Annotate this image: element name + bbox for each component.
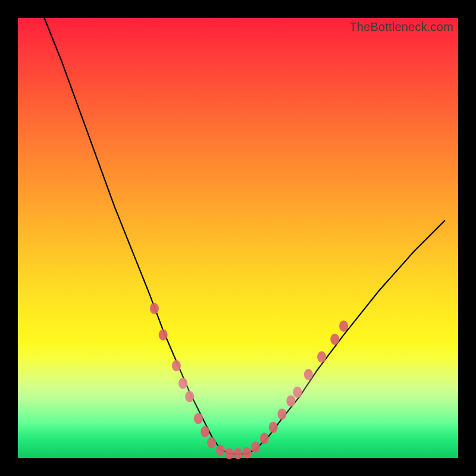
curve-marker	[185, 391, 194, 402]
bottleneck-curve	[18, 18, 458, 458]
curve-marker	[304, 369, 313, 380]
curve-marker	[293, 387, 302, 398]
curve-marker	[260, 433, 269, 444]
curve-marker	[234, 448, 243, 459]
curve-marker	[172, 360, 181, 371]
curve-marker	[201, 426, 209, 437]
plot-area: TheBottleneck.com	[18, 18, 458, 458]
curve-marker	[159, 329, 168, 340]
curve-marker	[339, 321, 348, 332]
curve-marker	[317, 351, 326, 362]
curve-marker	[269, 422, 278, 433]
curve-marker	[330, 334, 339, 345]
chart-frame: TheBottleneck.com	[0, 0, 476, 476]
curve-marker	[150, 303, 159, 314]
curve-marker	[251, 441, 260, 453]
curve-markers	[150, 303, 348, 459]
curve-marker	[225, 448, 234, 459]
curve-marker	[286, 395, 295, 406]
curve-marker	[178, 378, 187, 389]
curve-line	[44, 18, 444, 454]
curve-marker	[207, 437, 216, 449]
curve-marker	[194, 413, 203, 424]
curve-marker	[242, 447, 251, 459]
curve-marker	[278, 409, 287, 420]
curve-marker	[216, 444, 225, 456]
